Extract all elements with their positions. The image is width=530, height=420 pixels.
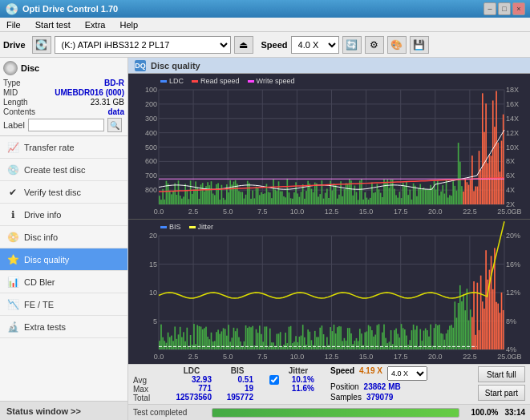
speed-info: Speed 4.19 X 4.0 X Position 23862 MB Sam… xyxy=(330,366,427,402)
title-bar-controls: – □ × xyxy=(483,2,525,15)
action-buttons: Start full Start part xyxy=(478,366,525,401)
disc-contents-label: Contents xyxy=(3,107,35,116)
nav-label-drive-info: Drive info xyxy=(24,210,61,220)
jitter-avg-row: 10.1% xyxy=(282,375,314,384)
jitter-section: Jitter 10.1% 11.6% xyxy=(269,366,314,393)
start-part-button[interactable]: Start part xyxy=(478,385,525,401)
top-chart-canvas xyxy=(128,74,530,219)
menu-start-test[interactable]: Start test xyxy=(32,19,74,30)
close-button[interactable]: × xyxy=(512,2,525,15)
disc-type-value: BD-R xyxy=(104,79,124,87)
toolbar: Drive 💽 (K:) ATAPI iHBS312 2 PL17 ⏏ Spee… xyxy=(0,32,530,58)
skin-button[interactable]: 🎨 xyxy=(387,36,407,54)
disc-info-icon: 📀 xyxy=(6,231,19,244)
save-button[interactable]: 💾 xyxy=(410,36,429,54)
menu-file[interactable]: File xyxy=(3,19,24,30)
ldc-avg-value: 32.93 xyxy=(172,375,212,384)
sidebar-item-drive-info[interactable]: ℹ Drive info xyxy=(0,204,127,226)
position-value: 23862 MB xyxy=(364,382,401,391)
disc-quality-header-icon: DQ xyxy=(135,60,146,71)
disc-label-input[interactable] xyxy=(28,119,104,131)
samples-label: Samples xyxy=(330,393,362,402)
charts-container: LDC Read speed Write speed xyxy=(128,74,530,364)
disc-label-btn[interactable]: 🔍 xyxy=(107,118,122,132)
settings-button[interactable]: ⚙ xyxy=(365,36,384,54)
disc-contents-row: Contents data xyxy=(3,107,124,116)
bottom-chart-canvas xyxy=(128,220,530,364)
nav-label-disc-quality: Disc quality xyxy=(24,255,69,265)
progress-area: Test completed 100.0% 33:14 xyxy=(128,404,530,420)
avg-label: Avg xyxy=(133,376,162,385)
samples-row: Samples 379079 xyxy=(330,393,427,402)
disc-quality-icon: ⭐ xyxy=(6,253,19,266)
jitter-legend-dot xyxy=(189,226,196,228)
samples-value: 379079 xyxy=(366,393,393,402)
menu-help[interactable]: Help xyxy=(116,19,141,30)
sidebar-item-fe-te[interactable]: 📉 FE / TE xyxy=(0,293,127,316)
nav-label-verify-test-disc: Verify test disc xyxy=(24,188,81,197)
stat-col-bis: BIS 0.51 19 195772 xyxy=(221,366,253,402)
stats-bar: Avg Max Total LDC 32.93 771 12573560 xyxy=(128,364,530,404)
disc-mid-value: UMEBDR016 (000) xyxy=(55,88,124,97)
ldc-max-row: 771 xyxy=(172,384,212,393)
drive-label: Drive xyxy=(3,40,26,50)
stat-col-ldc: LDC 32.93 771 12573560 xyxy=(172,366,212,402)
max-label: Max xyxy=(133,385,162,394)
extra-tests-icon: 🔬 xyxy=(6,321,19,333)
read-speed-legend-dot xyxy=(192,80,198,83)
sidebar-item-disc-quality[interactable]: ⭐ Disc quality xyxy=(0,248,127,271)
speed-header-row: Speed 4.19 X 4.0 X xyxy=(330,366,427,381)
start-full-button[interactable]: Start full xyxy=(478,366,525,382)
nav-label-fe-te: FE / TE xyxy=(24,300,54,309)
disc-quality-header: DQ Disc quality xyxy=(128,58,530,74)
bottom-chart-legend: BIS Jitter xyxy=(160,223,213,231)
speed-dropdown[interactable]: 4.0 X xyxy=(387,366,427,381)
disc-contents-value: data xyxy=(107,107,124,116)
disc-mid-label: MID xyxy=(3,88,18,97)
legend-jitter: Jitter xyxy=(189,223,214,231)
speed-select[interactable]: 4.0 X xyxy=(291,36,339,54)
eject-button[interactable]: ⏏ xyxy=(234,36,253,54)
disc-info-panel: Disc Type BD-R MID UMEBDR016 (000) Lengt… xyxy=(0,58,127,136)
status-text: Test completed xyxy=(133,408,205,417)
drive-select[interactable]: (K:) ATAPI iHBS312 2 PL17 xyxy=(55,36,231,54)
bis-legend-dot xyxy=(160,226,167,228)
disc-length-value: 23.31 GB xyxy=(91,98,124,107)
status-window-button[interactable]: Status window >> xyxy=(0,401,127,420)
disc-label-label: Label xyxy=(3,120,25,130)
drive-icon-btn[interactable]: 💽 xyxy=(32,36,51,54)
minimize-button[interactable]: – xyxy=(483,2,496,15)
ldc-total-value: 12573560 xyxy=(172,393,212,402)
menu-extra[interactable]: Extra xyxy=(82,19,109,30)
legend-write-speed: Write speed xyxy=(248,77,295,85)
app-title: Opti Drive Control 1.70 xyxy=(22,4,118,14)
nav-label-transfer-rate: Transfer rate xyxy=(24,143,75,152)
bis-total-row: 195772 xyxy=(221,393,253,402)
title-bar-left: 💿 Opti Drive Control 1.70 xyxy=(5,2,118,15)
nav-items: 📈 Transfer rate 💿 Create test disc ✔ Ver… xyxy=(0,136,127,401)
position-label: Position xyxy=(330,382,359,391)
sidebar-item-create-test-disc[interactable]: 💿 Create test disc xyxy=(0,159,127,181)
maximize-button[interactable]: □ xyxy=(498,2,511,15)
bis-avg-value: 0.51 xyxy=(221,375,253,384)
sidebar-item-disc-info[interactable]: 📀 Disc info xyxy=(0,226,127,248)
sidebar-item-transfer-rate[interactable]: 📈 Transfer rate xyxy=(0,136,127,159)
nav-label-extra-tests: Extra tests xyxy=(24,322,66,332)
sidebar-item-verify-test-disc[interactable]: ✔ Verify test disc xyxy=(0,181,127,204)
cd-bler-icon: 📊 xyxy=(6,276,19,289)
speed-header: Speed xyxy=(330,366,354,381)
jitter-checkbox[interactable] xyxy=(269,375,279,385)
sidebar-item-cd-bler[interactable]: 📊 CD Bler xyxy=(0,271,127,293)
disc-mid-row: MID UMEBDR016 (000) xyxy=(3,88,124,97)
bis-header: BIS xyxy=(221,366,253,375)
legend-bis: BIS xyxy=(160,223,181,231)
ldc-header: LDC xyxy=(172,366,212,375)
menu-bar: File Start test Extra Help xyxy=(0,18,530,32)
disc-quality-title: Disc quality xyxy=(151,61,200,71)
sidebar-item-extra-tests[interactable]: 🔬 Extra tests xyxy=(0,316,127,338)
drive-info-icon: ℹ xyxy=(6,208,19,221)
refresh-button[interactable]: 🔄 xyxy=(342,36,362,54)
ldc-total-row: 12573560 xyxy=(172,393,212,402)
ldc-legend-dot xyxy=(160,80,167,83)
jitter-max-row: 11.6% xyxy=(282,384,314,393)
